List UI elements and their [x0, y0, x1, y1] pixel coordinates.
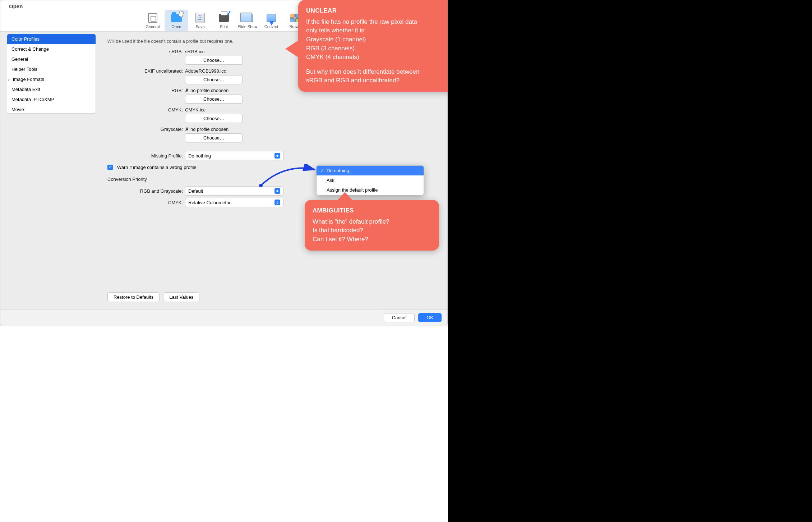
- toolbar-general[interactable]: General: [141, 10, 165, 31]
- toolbar-save[interactable]: TIFFJPGPNG Save: [188, 10, 212, 31]
- rgb-label: RGB:: [107, 88, 183, 93]
- missing-profile-label: Missing Profile:: [107, 153, 183, 159]
- sidebar-item-label: General: [11, 56, 28, 62]
- save-icon: TIFFJPGPNG: [194, 12, 206, 24]
- choose-srgb-button[interactable]: Choose…: [185, 56, 243, 65]
- sidebar-item-label: Image Formats: [13, 77, 44, 82]
- missing-profile-select[interactable]: Do nothing: [185, 151, 283, 160]
- exif-label: EXIF uncalibrated:: [107, 68, 183, 74]
- toolbar-label: Slide Show: [237, 24, 257, 29]
- sidebar-item-label: Movie: [11, 107, 24, 112]
- printer-icon: [218, 12, 230, 24]
- sidebar-item-label: Color Profiles: [11, 36, 40, 42]
- rgb-grayscale-value: Default: [188, 188, 203, 194]
- sidebar-item-metadata-iptc[interactable]: Metadata IPTC/XMP: [7, 95, 96, 105]
- annotation-line: Is that hardcoded?: [313, 226, 431, 235]
- rgb-value: no profile choosen: [190, 88, 229, 93]
- popup-item-label: Ask: [327, 178, 335, 183]
- exif-value: AdobeRGB1998.icc: [185, 68, 226, 74]
- popup-item-ask[interactable]: Ask: [317, 175, 424, 185]
- restore-defaults-button[interactable]: Restore to Defaults: [107, 292, 160, 302]
- rgb-grayscale-label: RGB and Grayscale:: [107, 188, 183, 194]
- choose-cmyk-button[interactable]: Choose…: [185, 114, 243, 123]
- chevron-right-icon: ›: [8, 76, 11, 83]
- sidebar-item-image-formats[interactable]: › Image Formats: [7, 74, 96, 84]
- annotation-ambiguities: AMBIGUITIES What is "the" default profil…: [305, 200, 439, 251]
- popup-item-assign-default[interactable]: Assign the default profile: [317, 185, 424, 195]
- cmyk-value: CMYK.icc: [185, 107, 206, 113]
- choose-rgb-button[interactable]: Choose…: [185, 95, 243, 104]
- cmyk-label: CMYK:: [107, 107, 183, 113]
- popup-item-do-nothing[interactable]: Do nothing: [317, 166, 424, 175]
- chevron-updown-icon: [274, 153, 280, 159]
- toolbar-open[interactable]: Open: [165, 10, 188, 31]
- window-title-text: Open: [9, 3, 23, 9]
- sidebar-item-label: Metadata IPTC/XMP: [11, 97, 54, 102]
- rgb-grayscale-select[interactable]: Default: [185, 186, 283, 196]
- sidebar-item-metadata-exif[interactable]: Metadata Exif: [7, 84, 96, 95]
- no-profile-icon: ✗: [185, 127, 189, 132]
- chevron-updown-icon: [274, 188, 280, 194]
- warn-wrong-profile-checkbox[interactable]: ✓: [107, 165, 113, 170]
- annotation-line: What is "the" default profile?: [313, 218, 431, 226]
- missing-profile-value: Do nothing: [188, 153, 211, 159]
- sidebar-item-correct-change[interactable]: Correct & Change: [7, 44, 96, 54]
- sidebar-item-label: Metadata Exif: [11, 87, 40, 92]
- sidebar: Color Profiles Correct & Change General …: [7, 34, 96, 114]
- no-profile-icon: ✗: [185, 88, 189, 93]
- choose-exif-button[interactable]: Choose…: [185, 75, 243, 84]
- toolbar-convert[interactable]: Convert: [259, 10, 283, 31]
- cmyk-priority-value: Relative Colorimetric: [188, 200, 231, 205]
- choose-grayscale-button[interactable]: Choose…: [185, 133, 243, 142]
- toolbar-print[interactable]: Print: [212, 10, 236, 31]
- dialog-footer: Cancel OK: [0, 309, 447, 326]
- toolbar-label: Open: [172, 24, 181, 29]
- general-icon: [147, 12, 158, 24]
- sidebar-item-label: Correct & Change: [11, 46, 49, 52]
- folder-open-icon: [171, 12, 182, 24]
- slideshow-icon: [242, 12, 253, 24]
- srgb-value: sRGB.icc: [185, 49, 204, 54]
- annotation-line: Can I set it? Where?: [313, 235, 431, 244]
- black-region: [448, 0, 812, 522]
- sidebar-item-color-profiles[interactable]: Color Profiles: [7, 34, 96, 44]
- ok-button[interactable]: OK: [418, 313, 442, 322]
- sidebar-item-helper-tools[interactable]: Helper Tools: [7, 64, 96, 74]
- popup-item-label: Do nothing: [327, 168, 349, 173]
- missing-profile-popup: Do nothing Ask Assign the default profil…: [316, 165, 424, 195]
- sidebar-item-label: Helper Tools: [11, 67, 37, 72]
- toolbar-label: General: [146, 24, 160, 29]
- last-values-button[interactable]: Last Values: [163, 292, 199, 302]
- cmyk-priority-label: CMYK:: [107, 200, 183, 205]
- toolbar-slideshow[interactable]: Slide Show: [236, 10, 259, 31]
- srgb-label: sRGB:: [107, 49, 183, 54]
- convert-icon: [266, 12, 277, 24]
- warn-wrong-profile-label: Warn if image contains a wrong profile: [117, 165, 197, 170]
- sidebar-item-movie[interactable]: Movie: [7, 105, 96, 114]
- white-region: [0, 326, 448, 522]
- sidebar-item-general[interactable]: General: [7, 54, 96, 64]
- annotation-title: AMBIGUITIES: [313, 206, 431, 215]
- grayscale-label: Grayscale:: [107, 127, 183, 132]
- chevron-updown-icon: [274, 200, 280, 205]
- toolbar-label: Print: [220, 24, 228, 29]
- cancel-button[interactable]: Cancel: [384, 313, 415, 322]
- cmyk-priority-select[interactable]: Relative Colorimetric: [185, 198, 283, 207]
- grayscale-value: no profile choosen: [190, 127, 229, 132]
- toolbar-label: Save: [195, 24, 204, 29]
